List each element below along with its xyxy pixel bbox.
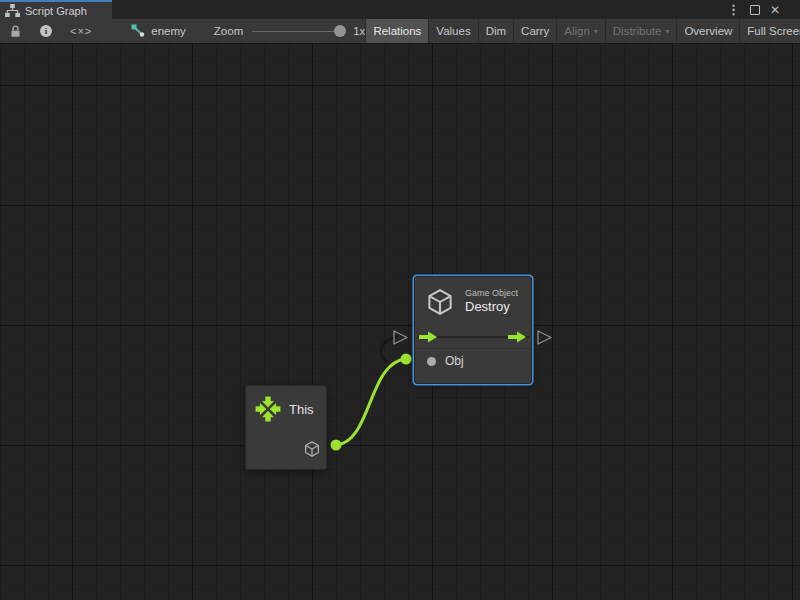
node-category-label: Game Object <box>465 288 518 298</box>
align-dropdown[interactable]: Align ▾ <box>556 19 605 43</box>
info-icon: i <box>40 25 52 37</box>
align-label: Align <box>564 25 590 37</box>
tabbar-spacer <box>112 0 727 19</box>
node-title-label: Destroy <box>465 300 518 315</box>
distribute-label: Distribute <box>613 25 662 37</box>
code-angle-brackets-icon: <×> <box>70 25 92 37</box>
values-button[interactable]: Values <box>428 19 477 43</box>
flow-input-arrow-icon[interactable] <box>419 331 438 343</box>
lock-button[interactable] <box>0 19 31 43</box>
obj-port-icon[interactable] <box>427 357 436 366</box>
fullscreen-button[interactable]: Full Screen <box>739 19 800 43</box>
zoom-slider-handle[interactable] <box>334 25 346 37</box>
zoom-slider[interactable] <box>252 31 344 32</box>
code-preview-button[interactable]: <×> <box>61 19 101 43</box>
flow-output-triangle[interactable] <box>538 331 551 344</box>
graph-name-label: enemy <box>151 25 186 37</box>
connection-end-dot[interactable] <box>401 354 412 365</box>
window-controls: ⋮ ✕ <box>727 0 800 19</box>
gameobject-output-port-icon[interactable] <box>303 440 321 458</box>
connection-shadow <box>381 337 397 362</box>
dim-button[interactable]: Dim <box>478 19 513 43</box>
node-destroy[interactable]: Game Object Destroy Obj <box>414 276 532 384</box>
graph-breadcrumb[interactable]: enemy <box>125 19 192 43</box>
value-connection-edge[interactable] <box>336 359 406 445</box>
zoom-value: 1x <box>353 25 365 37</box>
close-icon[interactable]: ✕ <box>770 4 780 16</box>
graph-asset-icon <box>131 24 145 38</box>
node-this[interactable]: This <box>245 385 327 470</box>
flow-ports-row <box>415 326 531 349</box>
graph-hierarchy-icon <box>5 4 20 17</box>
relations-button[interactable]: Relations <box>365 19 428 43</box>
graph-toolbar: i <×> enemy Zoom 1x Relations Values Dim <box>0 19 800 44</box>
this-node-title: This <box>289 402 314 417</box>
graph-canvas[interactable]: Game Object Destroy Obj <box>0 44 800 600</box>
connection-start-dot[interactable] <box>331 440 342 451</box>
flow-output-arrow-icon[interactable] <box>508 331 527 343</box>
obj-port-label: Obj <box>445 354 464 368</box>
script-graph-window: Script Graph ⋮ ✕ i <×> <box>0 0 800 600</box>
tab-title: Script Graph <box>25 5 87 17</box>
value-input-row: Obj <box>415 349 531 368</box>
info-button[interactable]: i <box>31 19 61 43</box>
overview-button[interactable]: Overview <box>676 19 739 43</box>
game-object-cube-icon <box>425 287 455 317</box>
zoom-label: Zoom <box>214 25 243 37</box>
lock-icon <box>9 24 22 38</box>
tab-script-graph[interactable]: Script Graph <box>0 0 112 19</box>
chevron-down-icon: ▾ <box>665 27 669 36</box>
this-node-header: This <box>246 386 326 426</box>
destroy-node-header: Game Object Destroy <box>415 277 531 326</box>
this-node-body <box>246 426 326 472</box>
edges-layer <box>0 44 800 600</box>
destroy-node-titles: Game Object Destroy <box>465 288 518 314</box>
carry-button[interactable]: Carry <box>513 19 556 43</box>
toolbar-right-buttons: Relations Values Dim Carry Align ▾ Distr… <box>365 19 800 43</box>
distribute-dropdown[interactable]: Distribute ▾ <box>605 19 677 43</box>
maximize-icon[interactable] <box>750 5 760 15</box>
zoom-control: Zoom 1x <box>214 19 366 43</box>
window-menu-icon[interactable]: ⋮ <box>727 3 740 16</box>
this-converge-arrows-icon <box>255 396 281 422</box>
chevron-down-icon: ▾ <box>594 27 598 36</box>
flow-input-triangle[interactable] <box>394 331 407 344</box>
tab-strip: Script Graph ⋮ ✕ <box>0 0 800 19</box>
